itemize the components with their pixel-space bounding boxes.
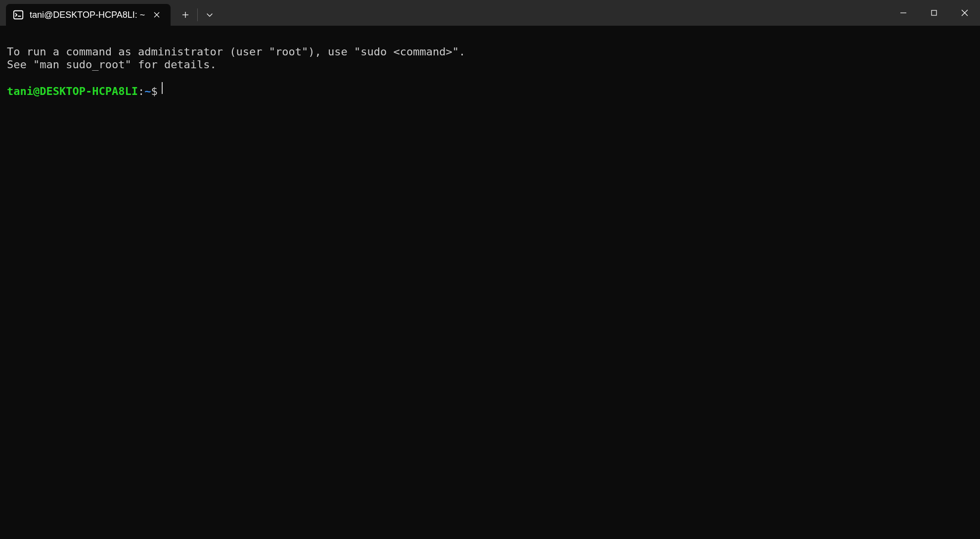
motd-line-2: See "man sudo_root" for details.	[7, 58, 217, 71]
terminal-icon	[13, 9, 24, 20]
tab-controls	[176, 0, 220, 26]
tab-dropdown-button[interactable]	[200, 4, 220, 26]
new-tab-button[interactable]	[176, 4, 195, 26]
terminal-tab[interactable]: tani@DESKTOP-HCPA8LI: ~	[6, 4, 171, 26]
window-controls	[888, 0, 980, 26]
cursor	[162, 82, 163, 94]
window-titlebar: tani@DESKTOP-HCPA8LI: ~	[0, 0, 980, 26]
tab-title: tani@DESKTOP-HCPA8LI: ~	[30, 10, 145, 20]
svg-rect-0	[14, 11, 23, 19]
prompt-symbol: $	[151, 85, 157, 98]
maximize-button[interactable]	[919, 0, 949, 26]
close-window-button[interactable]	[949, 0, 980, 26]
motd-line-1: To run a command as administrator (user …	[7, 45, 465, 58]
tabs-area: tani@DESKTOP-HCPA8LI: ~	[0, 0, 888, 26]
prompt-path: ~	[144, 85, 151, 98]
prompt-user-host: tani@DESKTOP-HCPA8LI	[7, 85, 138, 98]
prompt-colon: :	[138, 85, 144, 98]
prompt-line: tani@DESKTOP-HCPA8LI:~$	[7, 83, 973, 98]
terminal-content[interactable]: To run a command as administrator (user …	[0, 26, 980, 539]
tab-divider	[197, 8, 198, 21]
svg-rect-7	[932, 10, 936, 15]
minimize-button[interactable]	[888, 0, 919, 26]
tab-close-button[interactable]	[151, 9, 163, 21]
